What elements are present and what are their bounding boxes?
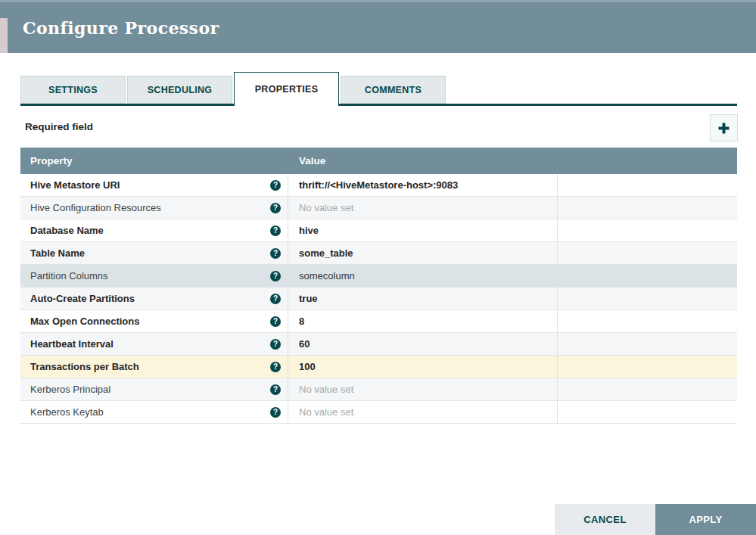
help-icon[interactable]: ? [270, 226, 281, 236]
properties-table: Property Value Hive Metastore URI ? thri… [20, 148, 737, 424]
help-icon[interactable]: ? [270, 407, 281, 418]
tab-settings[interactable]: SETTINGS [20, 76, 126, 104]
help-icon[interactable]: ? [270, 271, 281, 281]
property-name: Partition Columns [30, 270, 108, 281]
property-name: Table Name [30, 247, 85, 259]
property-value: No value set [299, 202, 353, 213]
dialog-title: Configure Processor [23, 18, 219, 38]
tab-scheduling[interactable]: SCHEDULING [127, 76, 232, 104]
required-field-legend: Required field [25, 121, 93, 132]
row-spacer-cell [558, 333, 737, 355]
help-icon[interactable]: ? [270, 180, 281, 191]
property-name-cell: Heartbeat Interval ? [20, 333, 288, 355]
row-spacer-cell [558, 242, 737, 264]
property-name-cell: Database Name ? [20, 219, 288, 241]
property-row[interactable]: Transactions per Batch ? 100 [20, 356, 737, 378]
backdrop-edge [0, 18, 8, 53]
property-value: 100 [299, 361, 316, 372]
property-name-cell: Hive Configuration Resources ? [20, 197, 288, 219]
property-name-cell: Transactions per Batch ? [20, 356, 288, 378]
property-value: 60 [299, 338, 310, 350]
cancel-button[interactable]: CANCEL [555, 504, 655, 535]
property-name: Max Open Connections [30, 316, 139, 327]
property-row[interactable]: Kerberos Principal ? No value set [20, 378, 737, 401]
add-property-button[interactable] [710, 114, 738, 142]
row-spacer-cell [558, 265, 737, 287]
help-icon[interactable]: ? [270, 248, 281, 259]
dialog-header: Configure Processor [0, 0, 756, 53]
property-name: Transactions per Batch [30, 361, 139, 372]
property-value-cell[interactable]: some_table [288, 242, 558, 264]
row-spacer-cell [558, 356, 737, 378]
property-row[interactable]: Kerberos Keytab ? No value set [20, 401, 737, 424]
property-name: Database Name [30, 225, 104, 236]
property-value-cell[interactable]: hive [288, 219, 558, 241]
property-value-cell[interactable]: somecolumn [288, 265, 558, 287]
column-header-property: Property [20, 155, 288, 166]
row-spacer-cell [558, 401, 737, 423]
help-icon[interactable]: ? [270, 339, 281, 350]
column-header-value: Value [288, 155, 558, 166]
apply-button[interactable]: APPLY [655, 504, 756, 535]
row-spacer-cell [558, 310, 737, 332]
property-name-cell: Kerberos Principal ? [20, 378, 288, 400]
property-row[interactable]: Hive Metastore URI ? thrift://<HiveMetas… [20, 174, 737, 197]
row-spacer-cell [558, 219, 737, 241]
property-value: thrift://<HiveMetastore-host>:9083 [299, 179, 458, 191]
property-value-cell[interactable]: 60 [288, 333, 558, 355]
property-row[interactable]: Partition Columns ? somecolumn [20, 265, 737, 288]
property-name: Hive Metastore URI [30, 179, 120, 191]
property-row[interactable]: Max Open Connections ? 8 [20, 310, 737, 333]
row-spacer-cell [558, 378, 737, 400]
property-name-cell: Hive Metastore URI ? [20, 174, 288, 196]
tab-label: SETTINGS [48, 85, 98, 95]
property-name-cell: Partition Columns ? [20, 265, 288, 287]
property-value: somecolumn [299, 270, 355, 281]
property-value: 8 [299, 316, 304, 327]
row-spacer-cell [558, 174, 737, 196]
property-name-cell: Table Name ? [20, 242, 288, 264]
help-icon[interactable]: ? [270, 294, 281, 304]
property-name-cell: Kerberos Keytab ? [20, 401, 288, 423]
property-name: Kerberos Keytab [30, 406, 104, 418]
property-value: true [299, 293, 318, 304]
property-value-cell[interactable]: No value set [288, 378, 558, 400]
property-value-cell[interactable]: thrift://<HiveMetastore-host>:9083 [288, 174, 558, 196]
tab-label: SCHEDULING [148, 85, 213, 95]
row-spacer-cell [558, 197, 737, 219]
property-row[interactable]: Auto-Create Partitions ? true [20, 288, 737, 310]
tab-bar: SETTINGS SCHEDULING PROPERTIES COMMENTS [20, 72, 737, 106]
property-name-cell: Auto-Create Partitions ? [20, 288, 288, 309]
help-icon[interactable]: ? [270, 362, 281, 372]
property-value-cell[interactable]: No value set [288, 197, 558, 219]
help-icon[interactable]: ? [270, 203, 281, 213]
plus-icon [717, 122, 730, 135]
property-name: Hive Configuration Resources [30, 202, 161, 213]
property-name: Kerberos Principal [30, 384, 110, 395]
tab-properties[interactable]: PROPERTIES [234, 72, 339, 106]
property-row[interactable]: Database Name ? hive [20, 219, 737, 242]
tab-label: COMMENTS [365, 85, 422, 95]
property-row[interactable]: Table Name ? some_table [20, 242, 737, 265]
property-value: some_table [299, 247, 353, 259]
property-value: No value set [299, 406, 353, 418]
help-icon[interactable]: ? [270, 316, 281, 327]
help-icon[interactable]: ? [270, 384, 281, 395]
property-row[interactable]: Heartbeat Interval ? 60 [20, 333, 737, 356]
property-value: hive [299, 225, 319, 236]
property-name: Auto-Create Partitions [30, 293, 135, 304]
tab-comments[interactable]: COMMENTS [341, 76, 446, 104]
tab-underline [20, 104, 737, 106]
property-value-cell[interactable]: 8 [288, 310, 558, 332]
property-name-cell: Max Open Connections ? [20, 310, 288, 332]
property-name: Heartbeat Interval [30, 338, 114, 350]
property-row[interactable]: Hive Configuration Resources ? No value … [20, 197, 737, 219]
property-value-cell[interactable]: No value set [288, 401, 558, 423]
table-header-row: Property Value [20, 148, 737, 174]
property-value-cell[interactable]: true [288, 288, 558, 309]
property-value-cell[interactable]: 100 [288, 356, 558, 378]
table-body: Hive Metastore URI ? thrift://<HiveMetas… [20, 174, 737, 424]
tab-label: PROPERTIES [255, 84, 319, 95]
row-spacer-cell [558, 288, 737, 309]
property-value: No value set [299, 384, 353, 395]
